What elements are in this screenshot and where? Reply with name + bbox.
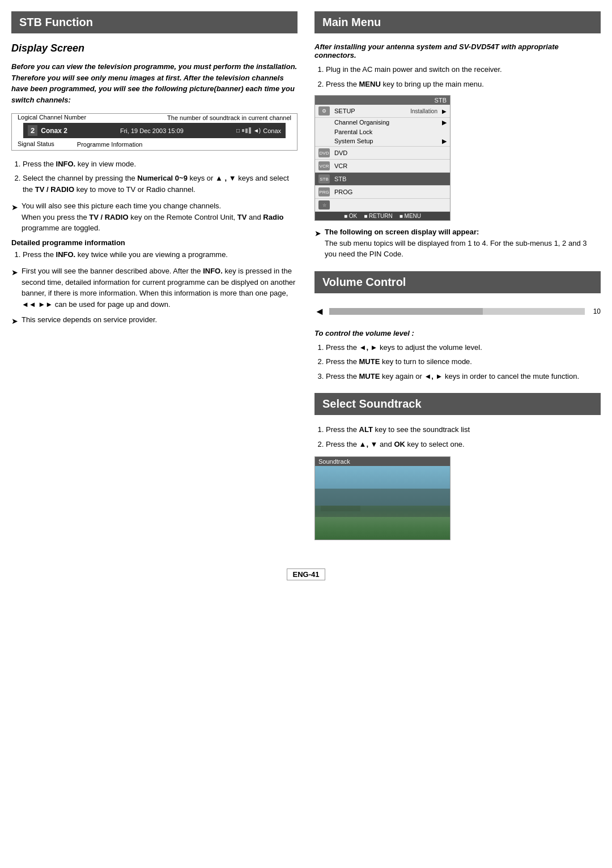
signal-icons — [242, 127, 251, 134]
main-menu-steps: Plug in the AC main power and switch on … — [314, 64, 601, 89]
right-column: Main Menu After installing your antenna … — [314, 11, 601, 540]
vol-step-2: Press the MUTE key to turn to silence mo… — [326, 356, 601, 367]
stb-menu-title: STB — [315, 96, 450, 105]
arrow-item-3: ➤ This service depends on service provid… — [11, 314, 298, 327]
step-1: Press the INFO. key in view mode. — [23, 159, 298, 170]
channel-name: Conax 2 — [41, 127, 67, 135]
arrow-text-3: This service depends on service provider… — [22, 314, 157, 327]
arrow-right-1: ▶ — [442, 108, 447, 114]
setup-icon: ⚙ — [318, 106, 330, 116]
display-screen-subheader: Display Screen — [11, 42, 298, 54]
volume-bar-background — [329, 308, 585, 315]
arrow-item-1: ➤ You will also see this picture each ti… — [11, 200, 298, 234]
vcr-label: VCR — [334, 163, 447, 169]
diagram-label-soundtrack: The number of soundtrack in current chan… — [167, 114, 291, 122]
arrow-symbol-2: ➤ — [11, 267, 18, 310]
audio-icon: ◄) — [253, 127, 261, 134]
following-display-text: The following on screen display will app… — [325, 226, 601, 260]
menu-step-1: Plug in the AC main power and switch on … — [326, 64, 601, 75]
footer-container: ENG-41 — [11, 551, 601, 580]
soundtrack-steps-list: Press the ALT key to see the soundtrack … — [314, 424, 601, 450]
parental-lock-item: Parental Lock — [334, 127, 447, 136]
system-setup-item: System Setup▶ — [334, 136, 447, 146]
stb-menu-mockup: STB ⚙ SETUP Installation ▶ Channel Organ… — [314, 95, 450, 221]
volume-bar-container: ◄ 10 — [314, 302, 601, 321]
prog-icon: PRG — [318, 187, 330, 196]
stb-menu-row-prog: PRG PROG — [315, 186, 450, 199]
extra-icon: ☆ — [318, 200, 330, 209]
footer-menu: ■ MENU — [400, 213, 421, 219]
following-display-item: ➤ The following on screen display will a… — [314, 226, 601, 260]
detailed-steps-list: Press the INFO. key twice while you are … — [11, 249, 298, 260]
page-footer: ENG-41 — [287, 568, 326, 580]
channel-number: 2 — [28, 125, 37, 136]
volume-bar-fill — [329, 308, 483, 315]
step-2: Select the channel by pressing the Numer… — [23, 173, 298, 195]
main-menu-intro: After installing your antenna system and… — [314, 42, 601, 59]
soundtrack-mockup: Soundtrack — [314, 456, 450, 540]
arrow-symbol-1: ➤ — [11, 202, 18, 234]
diagram-screen-bar: 2 Conax 2 Fri, 19 Dec 2003 15:09 □ — [23, 123, 286, 138]
main-steps-list: Press the INFO. key in view mode. Select… — [11, 159, 298, 195]
vcr-icon: VCR — [318, 161, 330, 170]
diagram-label-lcn: Logical Channel Number — [18, 114, 86, 122]
select-soundtrack-header: Select Soundtrack — [314, 393, 601, 415]
checkbox-icon: □ — [236, 127, 240, 134]
detail-step-1: Press the INFO. key twice while you are … — [23, 249, 298, 260]
arrow-text-1: You will also see this picture each time… — [22, 200, 298, 234]
prog-label: PROG — [334, 189, 447, 195]
volume-control-label: To control the volume level : — [314, 329, 601, 337]
volume-icon: ◄ — [314, 306, 325, 318]
stb-menu-row-vcr: VCR VCR — [315, 160, 450, 173]
arrow-symbol-3: ➤ — [11, 315, 18, 327]
dvd-icon: DVD — [318, 148, 330, 157]
intro-text: Before you can view the television progr… — [11, 61, 298, 105]
stb-icon: STB — [318, 174, 330, 183]
arrow-text-2: First you will see the banner described … — [22, 266, 298, 310]
diagram-datetime: Fri, 19 Dec 2003 15:09 — [120, 127, 184, 134]
conax-text: Conax — [263, 127, 281, 134]
soundtrack-step-1: Press the ALT key to see the soundtrack … — [326, 424, 601, 435]
footer-return: ■ RETURN — [364, 213, 392, 219]
volume-steps-list: Press the ◄, ► keys to adjust the volume… — [314, 342, 601, 382]
setup-label: SETUP — [334, 108, 406, 114]
dvd-label: DVD — [334, 149, 447, 156]
soundtrack-top-bar: Soundtrack — [315, 457, 450, 466]
diagram-label-programme: Programme Information — [77, 140, 143, 148]
menu-step-2: Press the MENU key to bring up the main … — [326, 79, 601, 90]
vol-step-1: Press the ◄, ► keys to adjust the volume… — [326, 342, 601, 353]
stb-function-header: STB Function — [11, 11, 298, 33]
vol-step-3: Press the MUTE key again or ◄, ► keys in… — [326, 371, 601, 382]
stb-menu-row-dvd: DVD DVD — [315, 147, 450, 160]
volume-number: 10 — [589, 307, 601, 315]
stb-menu-row-extra: ☆ — [315, 199, 450, 212]
arrow-symbol-4: ➤ — [314, 228, 321, 260]
channel-organising-item: Channel Organising▶ — [334, 118, 447, 127]
soundtrack-step-2: Press the ▲, ▼ and OK key to select one. — [326, 439, 601, 450]
left-column: STB Function Display Screen Before you c… — [11, 11, 298, 540]
soundtrack-image — [315, 466, 450, 540]
detailed-section-label: Detailed programme information — [11, 238, 298, 247]
diagram-label-signal: Signal Status — [18, 140, 54, 148]
arrow-item-2: ➤ First you will see the banner describe… — [11, 266, 298, 310]
stb-menu-row-setup: ⚙ SETUP Installation ▶ — [315, 105, 450, 118]
display-screen-diagram: Logical Channel Number The number of sou… — [11, 113, 298, 151]
stb-menu-footer: ■ OK ■ RETURN ■ MENU — [315, 212, 450, 220]
stb-label: STB — [334, 176, 447, 182]
stb-menu-row-stb: STB STB — [315, 173, 450, 186]
footer-ok: ■ OK — [344, 213, 357, 219]
main-menu-header: Main Menu — [314, 11, 601, 33]
volume-control-header: Volume Control — [314, 271, 601, 293]
installation-label: Installation — [410, 108, 437, 114]
